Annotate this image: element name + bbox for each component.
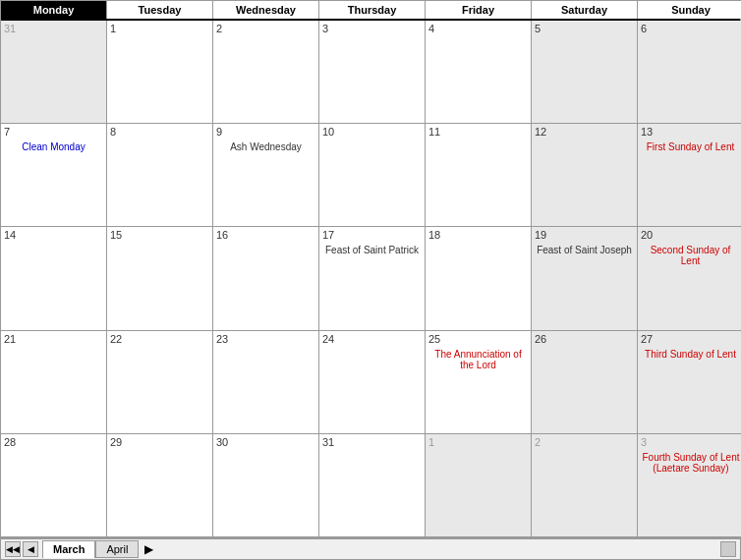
day-num: 13 xyxy=(641,126,740,138)
cell-w4-wed[interactable]: 23 xyxy=(213,331,319,434)
sheet-tabs: March April xyxy=(42,540,139,558)
day-num: 8 xyxy=(110,126,209,138)
calendar-header: Monday Tuesday Wednesday Thursday Friday… xyxy=(1,1,740,21)
header-tuesday: Tuesday xyxy=(107,1,213,19)
day-num: 18 xyxy=(428,229,528,241)
cell-w5-sat[interactable]: 2 xyxy=(532,434,638,537)
day-num: 12 xyxy=(535,126,634,138)
cell-w5-tue[interactable]: 29 xyxy=(107,434,213,537)
calendar-grid: 31 1 2 3 4 5 6 7 Clean Monday 8 9 Ash xyxy=(1,21,740,537)
header-sunday: Sunday xyxy=(638,1,741,19)
day-num: 20 xyxy=(641,229,740,241)
header-monday: Monday xyxy=(1,1,107,19)
cell-w2-sat[interactable]: 12 xyxy=(532,124,638,227)
cell-w5-wed[interactable]: 30 xyxy=(213,434,319,537)
cell-w4-sun[interactable]: 27 Third Sunday of Lent xyxy=(638,331,741,434)
nav-buttons: ◀◀ ◀ xyxy=(5,541,38,557)
day-num: 23 xyxy=(216,333,315,345)
cell-w4-sat[interactable]: 26 xyxy=(532,331,638,434)
day-num: 27 xyxy=(641,333,740,345)
day-num: 28 xyxy=(4,436,103,448)
cell-w3-fri[interactable]: 18 xyxy=(426,227,532,330)
cell-w1-tue[interactable]: 1 xyxy=(107,21,213,124)
day-num: 16 xyxy=(216,229,315,241)
day-num: 10 xyxy=(322,126,422,138)
tab-options-icon[interactable]: ▶ xyxy=(144,542,153,556)
day-num: 3 xyxy=(641,436,741,448)
day-num: 6 xyxy=(641,23,740,34)
day-num: 14 xyxy=(4,229,103,241)
cell-w3-sat[interactable]: 19 Feast of Saint Joseph xyxy=(532,227,638,330)
cell-w4-fri[interactable]: 25 The Annunciation of the Lord xyxy=(426,331,532,434)
cell-w5-thu[interactable]: 31 xyxy=(319,434,426,537)
cell-w1-mon[interactable]: 31 xyxy=(1,21,107,124)
day-num: 7 xyxy=(4,126,103,138)
cell-w5-sun[interactable]: 3 Fourth Sunday of Lent (Laetare Sunday) xyxy=(638,434,741,537)
day-num: 9 xyxy=(216,126,315,138)
cell-w3-thu[interactable]: 17 Feast of Saint Patrick xyxy=(319,227,426,330)
day-num: 2 xyxy=(216,23,315,34)
cell-w1-fri[interactable]: 4 xyxy=(426,21,532,124)
cell-w2-tue[interactable]: 8 xyxy=(107,124,213,227)
day-num: 30 xyxy=(216,436,315,448)
day-num: 17 xyxy=(322,229,422,241)
cell-w4-mon[interactable]: 21 xyxy=(1,331,107,434)
cell-w2-wed[interactable]: 9 Ash Wednesday xyxy=(213,124,319,227)
day-num: 4 xyxy=(428,23,528,34)
day-num: 22 xyxy=(110,333,209,345)
event-annunciation: The Annunciation of the Lord xyxy=(428,349,528,370)
day-num: 5 xyxy=(535,23,634,34)
day-num: 24 xyxy=(322,333,422,345)
tab-march[interactable]: March xyxy=(42,540,95,558)
header-saturday: Saturday xyxy=(532,1,638,19)
event-first-sunday-lent: First Sunday of Lent xyxy=(641,141,740,152)
cell-w1-thu[interactable]: 3 xyxy=(319,21,426,124)
event-third-sunday-lent: Third Sunday of Lent xyxy=(641,349,740,360)
event-feast-patrick: Feast of Saint Patrick xyxy=(322,245,422,255)
day-num: 31 xyxy=(322,436,422,448)
calendar-container: Monday Tuesday Wednesday Thursday Friday… xyxy=(0,0,741,560)
header-friday: Friday xyxy=(426,1,532,19)
day-num: 19 xyxy=(535,229,634,241)
cell-w2-fri[interactable]: 11 xyxy=(426,124,532,227)
day-num: 29 xyxy=(110,436,209,448)
cell-w3-tue[interactable]: 15 xyxy=(107,227,213,330)
day-num: 21 xyxy=(4,333,103,345)
day-num: 1 xyxy=(110,23,209,34)
event-feast-joseph: Feast of Saint Joseph xyxy=(535,245,634,255)
event-ash-wednesday: Ash Wednesday xyxy=(216,141,315,152)
cell-w2-sun[interactable]: 13 First Sunday of Lent xyxy=(638,124,741,227)
cell-w3-sun[interactable]: 20 Second Sunday of Lent xyxy=(638,227,741,330)
cell-w5-mon[interactable]: 28 xyxy=(1,434,107,537)
cell-w1-sat[interactable]: 5 xyxy=(532,21,638,124)
tab-april[interactable]: April xyxy=(95,540,139,558)
day-num: 3 xyxy=(322,23,422,34)
day-num: 25 xyxy=(428,333,528,345)
nav-first-button[interactable]: ◀◀ xyxy=(5,541,21,557)
cell-w1-wed[interactable]: 2 xyxy=(213,21,319,124)
event-second-sunday-lent: Second Sunday of Lent xyxy=(641,245,740,266)
horizontal-scrollbar[interactable] xyxy=(720,541,736,557)
header-wednesday: Wednesday xyxy=(213,1,319,19)
day-num: 1 xyxy=(428,436,528,448)
cell-w2-mon[interactable]: 7 Clean Monday xyxy=(1,124,107,227)
cell-w3-mon[interactable]: 14 xyxy=(1,227,107,330)
calendar-footer: ◀◀ ◀ March April ▶ xyxy=(1,537,740,559)
cell-w2-thu[interactable]: 10 xyxy=(319,124,426,227)
nav-prev-button[interactable]: ◀ xyxy=(23,541,38,557)
cell-w4-thu[interactable]: 24 xyxy=(319,331,426,434)
cell-w3-wed[interactable]: 16 xyxy=(213,227,319,330)
day-num: 26 xyxy=(535,333,634,345)
day-num: 15 xyxy=(110,229,209,241)
day-num: 31 xyxy=(4,23,103,34)
event-clean-monday: Clean Monday xyxy=(4,141,103,152)
cell-w1-sun[interactable]: 6 xyxy=(638,21,741,124)
cell-w5-fri[interactable]: 1 xyxy=(426,434,532,537)
cell-w4-tue[interactable]: 22 xyxy=(107,331,213,434)
day-num: 2 xyxy=(535,436,634,448)
event-fourth-sunday-lent: Fourth Sunday of Lent (Laetare Sunday) xyxy=(641,452,741,474)
header-thursday: Thursday xyxy=(319,1,426,19)
day-num: 11 xyxy=(428,126,528,138)
